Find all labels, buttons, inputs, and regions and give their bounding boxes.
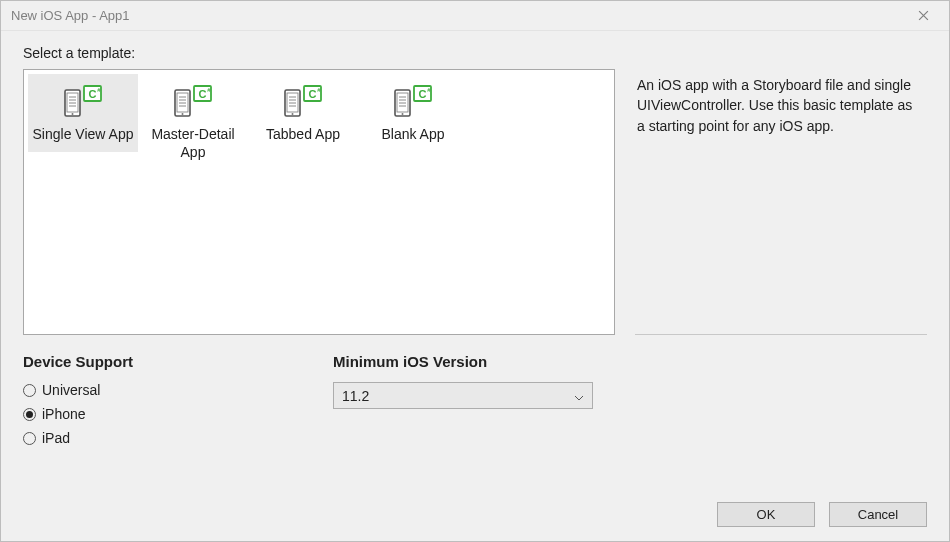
radio-icon: [23, 384, 36, 397]
device-radio-label: Universal: [42, 382, 100, 398]
template-label: Master-Detail App: [142, 126, 244, 161]
template-description: An iOS app with a Storyboard file and si…: [637, 77, 912, 134]
radio-icon: [23, 432, 36, 445]
prompt-label: Select a template:: [23, 45, 927, 61]
close-button[interactable]: [903, 2, 943, 30]
svg-point-16: [182, 113, 184, 115]
device-support-group: Device Support UniversaliPhoneiPad: [23, 353, 333, 450]
min-ios-heading: Minimum iOS Version: [333, 353, 593, 370]
divider: [635, 334, 927, 335]
dialog-window: New iOS App - App1 Select a template: C …: [0, 0, 950, 542]
min-ios-combobox[interactable]: 11.2: [333, 382, 593, 409]
cancel-button[interactable]: Cancel: [829, 502, 927, 527]
cancel-button-label: Cancel: [858, 507, 898, 522]
svg-point-6: [72, 113, 74, 115]
svg-text:C: C: [89, 88, 97, 100]
template-label: Blank App: [381, 126, 444, 144]
template-icon: C #: [283, 84, 323, 118]
svg-text:C: C: [419, 88, 427, 100]
device-support-heading: Device Support: [23, 353, 333, 370]
device-radio-iphone[interactable]: iPhone: [23, 402, 333, 426]
svg-point-36: [402, 113, 404, 115]
dialog-body: Select a template: C # Single View App C…: [1, 31, 949, 492]
device-radio-universal[interactable]: Universal: [23, 378, 333, 402]
template-icon: C #: [173, 84, 213, 118]
window-title: New iOS App - App1: [11, 8, 130, 23]
titlebar: New iOS App - App1: [1, 1, 949, 31]
template-item-single-view[interactable]: C # Single View App: [28, 74, 138, 152]
template-icon: C #: [393, 84, 433, 118]
svg-text:C: C: [199, 88, 207, 100]
close-icon: [918, 10, 929, 21]
options-row: Device Support UniversaliPhoneiPad Minim…: [23, 353, 927, 450]
chevron-down-icon: [574, 388, 584, 404]
ok-button-label: OK: [757, 507, 776, 522]
template-item-master-detail[interactable]: C # Master-Detail App: [138, 74, 248, 169]
template-item-tabbed[interactable]: C # Tabbed App: [248, 74, 358, 152]
template-icon: C #: [63, 84, 103, 118]
mid-row: C # Single View App C # Master-Detail Ap…: [23, 69, 927, 335]
svg-text:C: C: [309, 88, 317, 100]
template-description-panel: An iOS app with a Storyboard file and si…: [635, 69, 927, 335]
device-radio-ipad[interactable]: iPad: [23, 426, 333, 450]
ok-button[interactable]: OK: [717, 502, 815, 527]
min-ios-value: 11.2: [342, 388, 369, 404]
dialog-footer: OK Cancel: [1, 492, 949, 541]
template-label: Single View App: [33, 126, 134, 144]
svg-point-26: [292, 113, 294, 115]
device-radio-label: iPhone: [42, 406, 86, 422]
template-list[interactable]: C # Single View App C # Master-Detail Ap…: [23, 69, 615, 335]
min-ios-group: Minimum iOS Version 11.2: [333, 353, 593, 450]
device-radio-label: iPad: [42, 430, 70, 446]
radio-icon: [23, 408, 36, 421]
template-label: Tabbed App: [266, 126, 340, 144]
template-item-blank[interactable]: C # Blank App: [358, 74, 468, 152]
